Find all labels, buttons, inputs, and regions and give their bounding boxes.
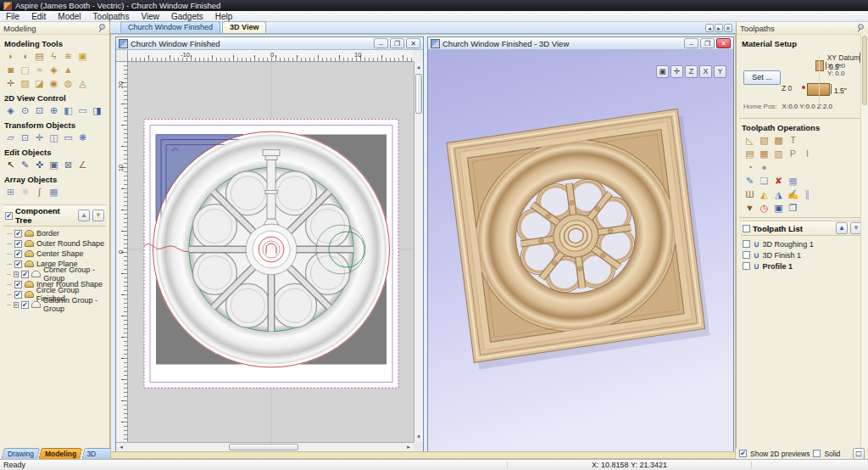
restore-button[interactable]: ❐ <box>700 38 715 48</box>
pin-icon[interactable] <box>857 24 865 32</box>
create-shape-icon[interactable]: ◗ <box>4 50 17 62</box>
dome-tool-icon[interactable]: ◍ <box>62 77 75 89</box>
doctab-church-window-finished[interactable]: Church Window Finished <box>120 21 220 33</box>
toolpath-visibility-checkbox[interactable] <box>743 262 750 270</box>
align-objects-icon[interactable]: ▣ <box>47 159 60 171</box>
toolpath-list-item[interactable]: ∪Profile 1 <box>743 260 864 271</box>
wedge-tool-icon[interactable]: ◪ <box>33 77 46 89</box>
preview-toolpaths-icon[interactable]: ◭ <box>758 188 771 200</box>
component-visibility-checkbox[interactable]: ✔ <box>14 240 22 248</box>
window-titlebar[interactable]: Aspire (James Booth - Vectric) - Church … <box>0 0 868 11</box>
measure-tool-icon[interactable]: ∠ <box>76 159 89 171</box>
toolpath-list-checkbox[interactable] <box>743 225 750 232</box>
component-tree-item[interactable]: ✔Outer Round Shape <box>7 238 106 249</box>
moulding-toolpath-icon[interactable]: ◔ <box>743 161 756 173</box>
zoom-window-icon[interactable]: ⊡ <box>33 104 46 116</box>
node-editing-icon[interactable]: ✎ <box>19 159 31 171</box>
btab-drawing[interactable]: Drawing <box>1 448 40 459</box>
pan-view-icon[interactable]: ✛ <box>670 65 683 78</box>
move-component-down-button[interactable]: ▼ <box>92 210 104 221</box>
menu-toolpaths[interactable]: Toolpaths <box>87 12 136 21</box>
profile-toolpath-icon[interactable]: ◺ <box>743 134 756 146</box>
component-visibility-checkbox[interactable]: ✔ <box>14 260 22 268</box>
close-button[interactable]: ✕ <box>406 38 420 48</box>
prism-carving-icon[interactable]: P <box>787 148 799 159</box>
component-item-label[interactable]: Center Shape <box>36 249 84 258</box>
menu-gadgets[interactable]: Gadgets <box>165 12 209 21</box>
move-component-up-button[interactable]: ▲ <box>78 210 90 221</box>
menu-help[interactable]: Help <box>209 12 239 21</box>
finish-machining-icon[interactable]: ▥ <box>772 148 785 159</box>
component-item-label[interactable]: Outer Round Shape <box>36 239 104 248</box>
lock-component-icon[interactable]: ◉ <box>47 77 60 89</box>
component-visibility-checkbox[interactable]: ✔ <box>21 271 29 278</box>
3d-view-canvas[interactable]: ▣✛ZXY <box>428 50 733 451</box>
zoom-selected-icon[interactable]: ⊙ <box>19 104 31 116</box>
set-size-icon[interactable]: ⊡ <box>19 131 31 143</box>
vertical-split-icon[interactable]: ◨ <box>91 104 103 116</box>
preview-selected-icon[interactable]: ✍ <box>787 188 799 200</box>
solid-checkbox[interactable] <box>813 450 821 457</box>
toolpaths-panel-header[interactable]: Toolpaths <box>737 22 868 35</box>
transform-mode-icon[interactable]: ✜ <box>33 159 46 171</box>
texture-model-icon[interactable]: ≋ <box>62 50 75 62</box>
component-visibility-checkbox[interactable]: ✔ <box>14 230 22 238</box>
component-from-bitmap-icon[interactable]: ◙ <box>4 64 17 76</box>
2d-view-window[interactable]: Church Window Finished –❐✕ -10010 20100 <box>115 36 424 452</box>
stitch-components-icon[interactable]: ≈ <box>33 64 46 76</box>
component-tree-checkbox[interactable]: ✔ <box>5 212 13 220</box>
dock-panel-button[interactable]: ▢ <box>853 448 865 460</box>
iso-view-icon[interactable]: ▣ <box>656 65 669 78</box>
linear-array-icon[interactable]: ⊞ <box>4 186 17 198</box>
tab-scroll-right-button[interactable]: ▸ <box>715 24 723 32</box>
3d-window-titlebar[interactable]: Church Window Finished - 3D View –❐✕ <box>428 37 733 50</box>
scroll-left-arrow[interactable]: ◂ <box>117 443 125 451</box>
menu-edit[interactable]: Edit <box>25 12 52 21</box>
component-tree-item[interactable]: ✔Center Shape <box>7 249 106 259</box>
extrude-cone-icon[interactable]: ▲ <box>62 64 75 76</box>
minimize-button[interactable]: – <box>684 38 698 48</box>
component-visibility-checkbox[interactable]: ✔ <box>14 291 22 299</box>
pocket-toolpath-icon[interactable]: ▧ <box>758 134 771 146</box>
component-visibility-checkbox[interactable]: ✔ <box>21 301 29 309</box>
zoom-extents-icon[interactable]: ◈ <box>4 104 17 116</box>
toolpath-item-label[interactable]: 3D Roughing 1 <box>763 240 814 249</box>
modeling-panel-header[interactable]: Modeling <box>0 22 109 35</box>
scroll-right-arrow[interactable]: ▸ <box>404 443 413 451</box>
smooth-component-icon[interactable]: ▢ <box>19 64 31 76</box>
component-item-label[interactable]: Border <box>36 229 59 238</box>
toolpath-list-item[interactable]: ∪3D Roughing 1 <box>743 238 864 249</box>
pin-icon[interactable] <box>98 24 106 32</box>
component-tree-item[interactable]: +✔Corner Group - Group <box>7 269 106 279</box>
scroll-down-arrow[interactable]: ▾ <box>415 433 423 441</box>
move-precise-icon[interactable]: ✛ <box>33 131 46 143</box>
delete-toolpath-icon[interactable]: ✘ <box>772 175 785 187</box>
material-set-button[interactable]: Set ... <box>743 70 781 85</box>
texture-area-icon[interactable]: ▨ <box>19 77 31 89</box>
tool-database-icon[interactable]: Ш <box>743 188 756 200</box>
panel-scrollbar[interactable] <box>860 34 868 448</box>
vertical-scroll-thumb[interactable] <box>415 74 422 114</box>
component-tree-item[interactable]: +✔Column Group - Group <box>7 299 106 310</box>
estimate-time-icon[interactable]: ◷ <box>758 202 771 214</box>
duplicate-toolpath-icon[interactable]: ❏ <box>758 175 771 187</box>
circular-array-icon[interactable]: ✺ <box>19 186 31 198</box>
toolpath-visibility-checkbox[interactable] <box>743 251 750 259</box>
tab-close-button[interactable]: ✕ <box>724 24 732 32</box>
scroll-up-arrow[interactable]: ▴ <box>415 63 423 71</box>
rough-machining-icon[interactable]: ▦ <box>758 148 771 159</box>
drilling-toolpath-icon[interactable]: ▩ <box>772 134 785 146</box>
menu-model[interactable]: Model <box>52 12 86 21</box>
toolpath-list-item[interactable]: ∪3D Finish 1 <box>743 249 864 260</box>
export-toolpath-icon[interactable]: ❐ <box>787 202 799 214</box>
sculpt-tool-icon[interactable]: ✛ <box>4 77 17 89</box>
horizontal-scroll-thumb[interactable] <box>229 444 298 450</box>
inlay-toolpath-icon[interactable]: I <box>801 148 814 159</box>
preview-all-toolpaths-icon[interactable]: ◮ <box>772 188 785 200</box>
move-toolpath-up-button[interactable]: ▲ <box>836 222 848 234</box>
select-tool-icon[interactable]: ↖ <box>4 159 17 171</box>
distort-component-icon[interactable]: ◈ <box>47 64 60 76</box>
toolpath-item-label[interactable]: 3D Finish 1 <box>763 251 802 260</box>
2d-design-drawing[interactable] <box>128 62 414 442</box>
nesting-icon[interactable]: ▦ <box>47 186 60 198</box>
